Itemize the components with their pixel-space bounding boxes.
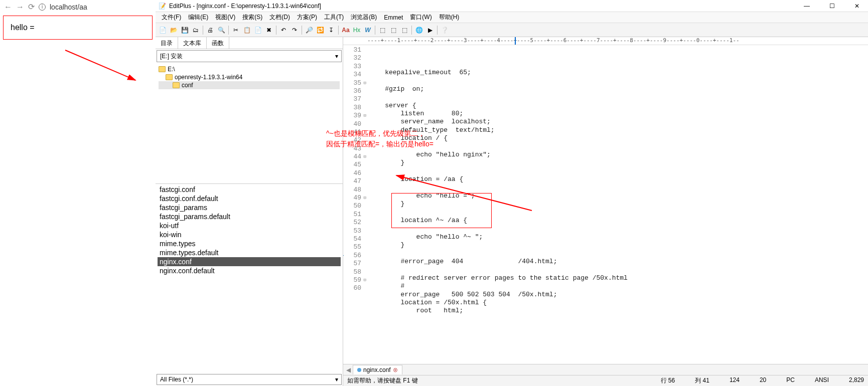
status-enc: ANSI [815, 376, 829, 385]
replace-icon[interactable]: 🔁 [315, 25, 325, 35]
menu-item[interactable]: 编辑(E) [185, 12, 211, 23]
folder-icon [173, 82, 180, 88]
minimize-button[interactable]: — [798, 1, 816, 11]
folder-icon [166, 74, 173, 80]
file-item[interactable]: fastcgi.conf [158, 185, 341, 194]
file-list[interactable]: fastcgi.conffastcgi.conf.defaultfastcgi_… [156, 183, 343, 373]
menu-item[interactable]: 视图(V) [212, 12, 238, 23]
file-item[interactable]: nginx.conf.default [158, 266, 341, 275]
menu-item[interactable]: 文件(F) [159, 12, 184, 23]
paste-icon[interactable]: 📄 [253, 25, 263, 35]
document-tabs: ◀ nginx.conf ⊗ [343, 364, 868, 375]
browser-page-body: hello = [3, 16, 153, 40]
close-tab-icon[interactable]: ⊗ [393, 366, 398, 373]
side-tab[interactable]: 文本库 [178, 37, 207, 49]
status-v2: 20 [760, 376, 766, 385]
folder-icon [159, 66, 166, 72]
folder-tree[interactable]: E:\openresty-1.19.3.1-win64conf [156, 63, 343, 183]
browser-icon[interactable]: 🌐 [414, 25, 424, 35]
doc-tab[interactable]: nginx.conf ⊗ [353, 365, 402, 374]
status-mode: PC [786, 376, 795, 385]
side-tab[interactable]: 函数 [207, 37, 229, 49]
word-wrap-icon[interactable]: W [363, 25, 373, 35]
drive-select[interactable]: [E:] 安装▾ [157, 50, 342, 62]
close-button[interactable]: ✕ [848, 1, 866, 11]
menu-item[interactable]: 工具(T) [321, 12, 347, 23]
menu-item[interactable]: 文档(D) [266, 12, 293, 23]
file-filter[interactable]: All Files (*.*)▾ [157, 374, 342, 385]
tree-item[interactable]: E:\ [159, 65, 340, 73]
menu-item[interactable]: 方案(P) [294, 12, 320, 23]
chevron-down-icon: ▾ [335, 53, 338, 60]
file-item[interactable]: fastcgi_params [158, 203, 341, 212]
reload-icon[interactable]: ⟳ [28, 2, 35, 12]
view-tool-icon[interactable]: ⬚ [377, 25, 387, 35]
code-text[interactable]: keepalive_timeout 65; #gzip on; server {… [367, 45, 868, 364]
status-size: 2,829 [849, 376, 864, 385]
window-title: EditPlus - [nginx.conf - E:\openresty-1.… [169, 3, 321, 10]
goto-icon[interactable]: ↧ [326, 25, 336, 35]
copy-icon[interactable]: 📋 [242, 25, 252, 35]
undo-icon[interactable]: ↶ [278, 25, 288, 35]
delete-icon[interactable]: ✖ [264, 25, 274, 35]
side-panel: 目录文本库函数 [E:] 安装▾ E:\openresty-1.19.3.1-w… [156, 37, 343, 386]
browser-address-bar: ← → ⟳ i localhost/aa [0, 0, 156, 14]
svg-line-0 [65, 50, 135, 80]
save-icon[interactable]: 💾 [180, 25, 190, 35]
print-icon[interactable]: 🖨 [205, 25, 215, 35]
redo-icon[interactable]: ↷ [290, 25, 300, 35]
app-icon: 📝 [159, 3, 166, 10]
maximize-button[interactable]: ☐ [823, 1, 841, 11]
menu-item[interactable]: 窗口(W) [407, 12, 435, 23]
new-file-icon[interactable]: 📄 [158, 25, 168, 35]
menu-item[interactable]: Emmet [381, 13, 406, 22]
page-output: hello = [11, 23, 35, 32]
file-item[interactable]: koi-win [158, 230, 341, 239]
view-tool2-icon[interactable]: ⬚ [388, 25, 398, 35]
status-help: 如需帮助，请按键盘 F1 键 [347, 376, 418, 385]
help-icon[interactable]: ❔ [440, 25, 450, 35]
url-text[interactable]: localhost/aa [50, 3, 87, 11]
file-item[interactable]: mime.types [158, 239, 341, 248]
site-info-icon[interactable]: i [39, 4, 46, 11]
menu-item[interactable]: 搜索(S) [239, 12, 265, 23]
annotation-text: ^~也是模糊匹配，优先级第二， 因低于精准匹配=，输出仍是hello= [326, 128, 433, 149]
back-icon[interactable]: ← [4, 3, 12, 12]
menu-item[interactable]: 帮助(H) [436, 12, 463, 23]
modified-dot-icon [357, 368, 361, 372]
chevron-down-icon: ▾ [335, 376, 338, 383]
font-aa-icon[interactable]: Aa [341, 25, 351, 35]
file-item[interactable]: fastcgi_params.default [158, 212, 341, 221]
editor-pane: ----+----1----+----2----+----3----+----4… [343, 37, 868, 386]
status-bar: 如需帮助，请按键盘 F1 键 行 56 列 41 124 20 PC ANSI … [343, 375, 868, 386]
status-line: 行 56 [661, 376, 675, 385]
side-tabs: 目录文本库函数 [156, 37, 343, 49]
browser-window: ← → ⟳ i localhost/aa hello = [0, 0, 156, 50]
print-preview-icon[interactable]: 🔍 [216, 25, 226, 35]
forward-icon[interactable]: → [16, 3, 24, 12]
file-item[interactable]: fastcgi.conf.default [158, 194, 341, 203]
status-col: 列 41 [695, 376, 709, 385]
save-all-icon[interactable]: 🗂 [191, 25, 201, 35]
line-gutter: 3132333435363738394041424344454647484950… [343, 45, 367, 364]
window-titlebar: 📝 EditPlus - [nginx.conf - E:\openresty-… [156, 0, 868, 12]
file-item[interactable]: mime.types.default [158, 248, 341, 257]
side-tab[interactable]: 目录 [156, 37, 178, 49]
status-v1: 124 [730, 376, 740, 385]
tree-item[interactable]: conf [159, 81, 340, 89]
view-tool3-icon[interactable]: ⬚ [399, 25, 409, 35]
find-icon[interactable]: 🔎 [304, 25, 314, 35]
file-item[interactable]: koi-utf [158, 221, 341, 230]
cut-icon[interactable]: ✂ [231, 25, 241, 35]
editplus-window: 📝 EditPlus - [nginx.conf - E:\openresty-… [156, 0, 868, 386]
open-file-icon[interactable]: 📂 [169, 25, 179, 35]
menu-item[interactable]: 浏览器(B) [348, 12, 380, 23]
run-icon[interactable]: ▶ [425, 25, 435, 35]
ruler: ----+----1----+----2----+----3----+----4… [343, 37, 868, 45]
code-editor[interactable]: 3132333435363738394041424344454647484950… [343, 45, 868, 364]
toolbar: 📄 📂 💾 🗂 🖨 🔍 ✂ 📋 📄 ✖ ↶ ↷ 🔎 🔁 ↧ Aa Hx W ⬚ … [156, 23, 868, 37]
menu-bar: 文件(F)编辑(E)视图(V)搜索(S)文档(D)方案(P)工具(T)浏览器(B… [156, 12, 868, 23]
tree-item[interactable]: openresty-1.19.3.1-win64 [159, 73, 340, 81]
file-item[interactable]: nginx.conf [158, 257, 341, 266]
hex-icon[interactable]: Hx [352, 25, 362, 35]
